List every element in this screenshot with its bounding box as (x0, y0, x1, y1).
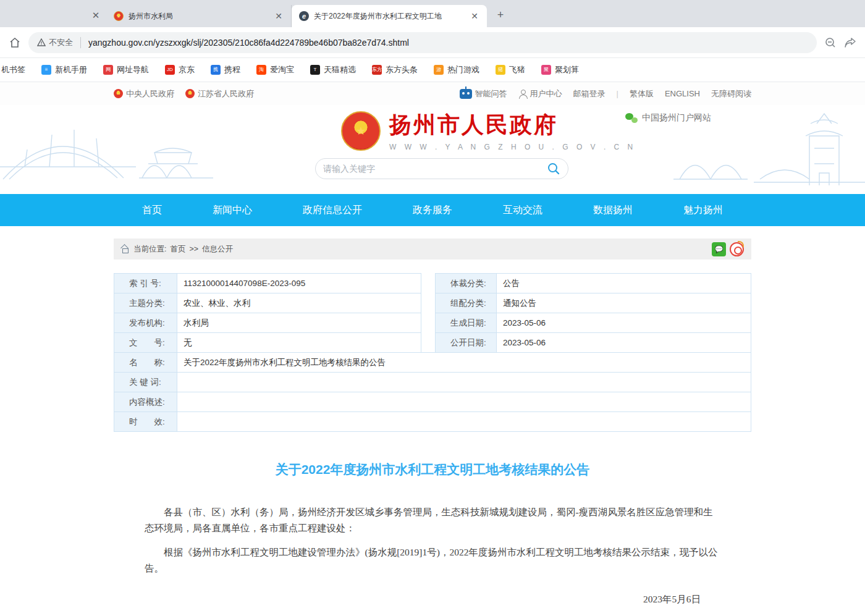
site-url: W W W . Y A N G Z H O U . G O V . C N (389, 143, 636, 151)
bookmark-item[interactable]: 东方东方头条 (372, 64, 418, 75)
nav-item-interaction[interactable]: 互动交流 (503, 204, 542, 217)
robot-icon (460, 89, 472, 99)
close-icon[interactable]: ✕ (272, 10, 285, 22)
breadcrumb-separator: >> (189, 245, 198, 253)
bookmark-favicon: ≡ (41, 65, 51, 75)
article-paragraph: 各县（市、区）水利（务）局，扬州经济开发区城乡事务管理局，生态科技新城规划建设局… (145, 504, 720, 536)
bookmark-item[interactable]: 淘爱淘宝 (256, 64, 294, 75)
gov-emblem-icon (114, 89, 123, 98)
browser-logo-icon: e (299, 11, 309, 21)
home-icon (121, 245, 130, 253)
address-bar[interactable]: 不安全 yangzhou.gov.cn/yzszxxgk/slj/202305/… (28, 32, 817, 53)
new-tab-button[interactable]: + (492, 6, 509, 23)
nav-item-news[interactable]: 新闻中心 (213, 204, 252, 217)
breadcrumb-current[interactable]: 信息公开 (202, 244, 233, 255)
document-meta-table: 索 引 号: 11321000014407098E-2023-095 体裁分类:… (114, 273, 751, 432)
link-english[interactable]: ENGLISH (665, 89, 700, 98)
search-icon[interactable] (547, 162, 560, 175)
bookmark-item[interactable]: 网网址导航 (103, 64, 149, 75)
bookmark-favicon: 携 (211, 65, 221, 75)
meta-label: 体裁分类: (435, 273, 497, 293)
link-user-center[interactable]: 用户中心 (518, 88, 562, 99)
bookmark-item[interactable]: 机书签 (1, 64, 25, 75)
nav-item-home[interactable]: 首页 (142, 204, 162, 217)
share-icon[interactable] (844, 37, 856, 48)
search-input[interactable] (323, 164, 547, 174)
bookmark-item[interactable]: 携携程 (211, 64, 240, 75)
meta-label: 文 号: (114, 332, 177, 353)
meta-value (177, 392, 751, 412)
url-text[interactable]: yangzhou.gov.cn/yzszxxgk/slj/202305/210c… (88, 38, 409, 48)
tab-shuiliju[interactable]: ★ 扬州市水利局 ✕ (106, 5, 292, 27)
table-row: 主题分类: 农业、林业、水利 组配分类: 通知公告 (114, 293, 751, 313)
site-search[interactable] (315, 158, 568, 179)
breadcrumb-home[interactable]: 首页 (170, 244, 185, 255)
bookmark-favicon: 淘 (256, 65, 266, 75)
link-mail-login[interactable]: 邮箱登录 (573, 88, 606, 99)
site-banner: ★ 扬州市人民政府 W W W . Y A N G Z H O U . G O … (0, 105, 865, 194)
meta-value: 通知公告 (497, 293, 751, 313)
bookmark-item[interactable]: 游热门游戏 (434, 64, 479, 75)
meta-value: 水利局 (177, 313, 421, 333)
nav-item-info-disclosure[interactable]: 政府信息公开 (303, 204, 362, 217)
bookmark-favicon: 东方 (372, 65, 382, 75)
nav-item-data[interactable]: 数据扬州 (593, 204, 633, 217)
bookmark-label: 热门游戏 (447, 64, 479, 75)
close-icon[interactable]: ✕ (85, 5, 106, 26)
nav-item-services[interactable]: 政务服务 (413, 204, 452, 217)
meta-value: 2023-05-06 (497, 313, 751, 333)
table-row: 索 引 号: 11321000014407098E-2023-095 体裁分类:… (114, 273, 751, 293)
bookmark-item[interactable]: 猪飞猪 (496, 64, 525, 75)
meta-label: 公开日期: (435, 332, 497, 353)
person-icon (518, 90, 527, 98)
meta-label: 主题分类: (114, 293, 177, 313)
bookmark-label: 携程 (224, 64, 240, 75)
meta-label: 关 键 词: (114, 372, 177, 392)
breadcrumb-prefix: 当前位置: (133, 244, 166, 255)
table-row: 文 号: 无 公开日期: 2023-05-06 (114, 332, 751, 353)
article: 关于2022年度扬州市水利工程文明工地考核结果的公告 各县（市、区）水利（务）局… (114, 461, 751, 616)
link-label: 用户中心 (530, 88, 562, 99)
bookmark-item[interactable]: 聚聚划算 (541, 64, 579, 75)
bookmark-item[interactable]: JD京东 (165, 64, 195, 75)
meta-value: 2023-05-06 (497, 332, 751, 353)
link-jiangsu-gov[interactable]: 江苏省人民政府 (185, 88, 254, 99)
bookmark-label: 东方头条 (386, 64, 418, 75)
meta-value (177, 372, 751, 392)
security-label: 不安全 (49, 37, 73, 48)
tab-announcement-active[interactable]: e 关于2022年度扬州市水利工程文明工地 ✕ (292, 5, 487, 27)
site-logo[interactable]: ★ 扬州市人民政府 W W W . Y A N G Z H O U . G O … (341, 110, 636, 151)
meta-value: 公告 (497, 273, 751, 293)
meta-value (177, 411, 751, 432)
browser-toolbar: 不安全 yangzhou.gov.cn/yzszxxgk/slj/202305/… (0, 27, 865, 58)
divider: | (617, 89, 618, 98)
tab-title: 扬州市水利局 (129, 11, 268, 22)
security-status[interactable]: 不安全 (37, 37, 73, 48)
bookmark-item[interactable]: ≡新机手册 (41, 64, 87, 75)
link-label: 邮箱登录 (573, 88, 606, 99)
table-row: 发布机构: 水利局 生成日期: 2023-05-06 (114, 313, 751, 333)
meta-value: 无 (177, 332, 421, 353)
bookmark-favicon: 聚 (541, 65, 551, 75)
article-title: 关于2022年度扬州市水利工程文明工地考核结果的公告 (145, 461, 720, 478)
link-central-gov[interactable]: 中央人民政府 (114, 88, 174, 99)
article-date: 2023年5月6日 (145, 593, 720, 606)
link-label: 无障碍阅读 (711, 88, 751, 99)
portal-badge[interactable]: 中国扬州门户网站 (625, 112, 711, 124)
bookmark-favicon: 游 (434, 65, 444, 75)
link-traditional[interactable]: 繁体版 (630, 88, 654, 99)
link-accessibility[interactable]: 无障碍阅读 (711, 88, 751, 99)
bookmark-favicon: T (310, 65, 320, 75)
weibo-share-icon[interactable] (730, 242, 744, 256)
gov-emblem-icon (185, 89, 195, 98)
close-icon[interactable]: ✕ (468, 10, 481, 22)
table-row: 内容概述: (114, 392, 751, 412)
nav-item-charm[interactable]: 魅力扬州 (683, 204, 723, 217)
zoom-out-icon[interactable] (824, 36, 837, 49)
link-label: 智能问答 (475, 88, 507, 99)
home-icon[interactable] (9, 36, 21, 49)
wechat-share-icon[interactable]: 💬 (712, 242, 726, 256)
bookmark-item[interactable]: T天猫精选 (310, 64, 356, 75)
national-emblem-icon: ★ (341, 111, 381, 151)
link-ai-qa[interactable]: 智能问答 (460, 88, 507, 99)
